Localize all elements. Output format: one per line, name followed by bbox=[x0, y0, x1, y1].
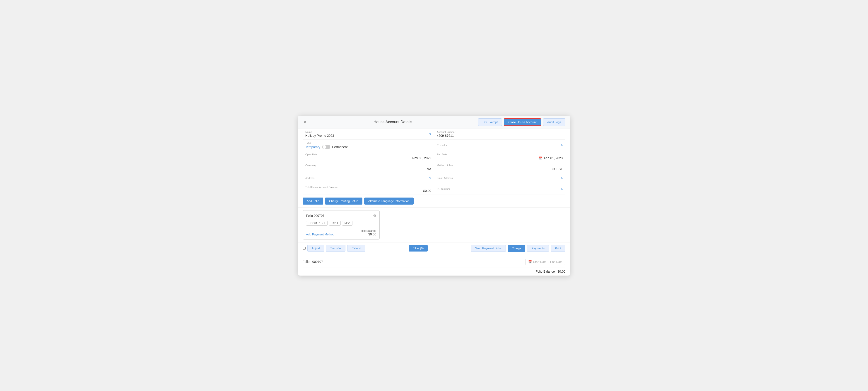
folio-card-header: Folio 000707 ⚙ bbox=[306, 214, 376, 218]
po-number-label: PO Number bbox=[437, 188, 563, 190]
add-folio-button[interactable]: Add Folio bbox=[303, 198, 323, 204]
audit-logs-button[interactable]: Audit Logs bbox=[543, 118, 565, 126]
type-toggle[interactable] bbox=[322, 145, 330, 149]
folio-detail-balance-label: Folio Balance bbox=[535, 270, 555, 273]
add-payment-method[interactable]: Add Payment Method bbox=[306, 233, 334, 236]
payments-button[interactable]: Payments bbox=[527, 245, 549, 252]
method-of-pay-value: GUEST bbox=[437, 167, 563, 171]
folio-section: Folio 000707 ⚙ ROOM RENT PS11 Misc Add P… bbox=[298, 207, 570, 242]
company-label: Company bbox=[305, 164, 431, 167]
type-toggle-row: Temporary Permanent bbox=[305, 145, 431, 149]
po-number-edit-icon[interactable]: ✎ bbox=[560, 187, 563, 191]
folio-balance-section: Folio Balance $0.00 bbox=[360, 229, 376, 236]
close-house-account-button[interactable]: Close House Account bbox=[504, 118, 541, 126]
toggle-knob bbox=[322, 145, 326, 149]
total-balance-label: Total House Account Balance bbox=[305, 186, 431, 189]
email-label: Email Address bbox=[437, 177, 563, 179]
alt-language-button[interactable]: Alternate Language Information bbox=[364, 198, 413, 204]
open-date-label: Open Date bbox=[305, 153, 431, 156]
company-row: Company NA Method of Pay GUEST bbox=[303, 162, 565, 173]
dates-row: Open Date Nov 05, 2022 End Date 📅 Feb 01… bbox=[303, 151, 565, 162]
folio-detail-balance: Folio Balance $0.00 bbox=[303, 267, 565, 276]
remarks-edit-icon[interactable]: ✎ bbox=[560, 144, 563, 147]
charge-button[interactable]: Charge bbox=[507, 245, 526, 252]
print-button[interactable]: Print bbox=[551, 245, 565, 252]
name-row: Name Holiday Promo 2023 ✎ Account Number… bbox=[303, 129, 565, 140]
tag-misc[interactable]: Misc bbox=[342, 221, 353, 226]
name-edit-icon[interactable]: ✎ bbox=[429, 132, 432, 136]
transfer-button[interactable]: Transfer bbox=[326, 245, 345, 252]
bottom-right-buttons: Web Payment Links Charge Payments Print bbox=[471, 245, 565, 252]
type-col: Type Temporary Permanent bbox=[303, 140, 434, 151]
open-date-value: Nov 05, 2022 bbox=[305, 156, 431, 160]
tag-ps11[interactable]: PS11 bbox=[329, 221, 340, 226]
type-row: Type Temporary Permanent Remarks ✎ bbox=[303, 140, 565, 151]
address-edit-icon[interactable]: ✎ bbox=[429, 176, 432, 180]
address-label: Address bbox=[305, 177, 431, 179]
calendar-icon: 📅 bbox=[538, 157, 542, 160]
total-balance-col: Total House Account Balance $0.00 bbox=[303, 184, 434, 195]
method-of-pay-col: Method of Pay GUEST bbox=[434, 162, 566, 173]
end-date-col: End Date 📅 Feb 01, 2023 bbox=[434, 151, 566, 162]
total-balance-value: $0.00 bbox=[305, 189, 431, 193]
refund-button[interactable]: Refund bbox=[347, 245, 365, 252]
company-value: NA bbox=[305, 167, 431, 171]
account-number-col: Account Number 4509-87611 bbox=[434, 129, 566, 139]
end-date-value: Feb 01, 2023 bbox=[544, 156, 563, 160]
folio-detail-section: Folio - 000707 📅 Start Date - End Date F… bbox=[298, 254, 570, 276]
close-button[interactable]: × bbox=[303, 119, 308, 125]
company-col: Company NA bbox=[303, 162, 434, 173]
type-temporary-label: Temporary bbox=[305, 145, 320, 149]
date-separator: - bbox=[548, 260, 549, 263]
tag-room-rent[interactable]: ROOM RENT bbox=[306, 221, 328, 226]
modal-header: × House Account Details Tax Exempt Close… bbox=[298, 116, 570, 129]
type-label: Type bbox=[305, 141, 431, 144]
bottom-toolbar: Adjust Transfer Refund Filter (0) Web Pa… bbox=[298, 242, 570, 254]
end-date-label: End Date bbox=[437, 153, 563, 156]
folio-balance-label: Folio Balance bbox=[360, 229, 376, 232]
charge-routing-button[interactable]: Charge Routing Setup bbox=[325, 198, 363, 204]
folio-tags: ROOM RENT PS11 Misc bbox=[306, 221, 376, 226]
email-col: Email Address ✎ bbox=[434, 173, 566, 184]
name-col: Name Holiday Promo 2023 ✎ bbox=[303, 129, 434, 139]
remarks-label: Remarks bbox=[437, 144, 563, 146]
folio-card-title: Folio 000707 bbox=[306, 214, 324, 218]
folio-card: Folio 000707 ⚙ ROOM RENT PS11 Misc Add P… bbox=[303, 210, 380, 240]
open-date-col: Open Date Nov 05, 2022 bbox=[303, 151, 434, 162]
action-buttons-section: Add Folio Charge Routing Setup Alternate… bbox=[298, 195, 570, 207]
modal-body: Name Holiday Promo 2023 ✎ Account Number… bbox=[298, 129, 570, 276]
select-all-checkbox[interactable] bbox=[303, 247, 306, 250]
start-date-placeholder: Start Date bbox=[533, 260, 547, 263]
folio-detail-title: Folio - 000707 bbox=[303, 260, 323, 263]
web-payment-button[interactable]: Web Payment Links bbox=[471, 245, 505, 252]
modal-house-account: × House Account Details Tax Exempt Close… bbox=[298, 116, 570, 276]
folio-detail-header: Folio - 000707 📅 Start Date - End Date bbox=[303, 256, 565, 267]
tax-exempt-button[interactable]: Tax Exempt bbox=[478, 118, 502, 126]
name-label: Name bbox=[305, 131, 431, 133]
header-buttons: Tax Exempt Close House Account Audit Log… bbox=[478, 118, 565, 126]
folio-footer: Add Payment Method Folio Balance $0.00 bbox=[306, 229, 376, 236]
method-of-pay-label: Method of Pay bbox=[437, 164, 563, 167]
modal-title: House Account Details bbox=[308, 120, 478, 124]
address-row: Address ✎ Email Address ✎ bbox=[303, 173, 565, 184]
adjust-button[interactable]: Adjust bbox=[307, 245, 324, 252]
filter-button[interactable]: Filter (0) bbox=[409, 245, 428, 252]
type-permanent-label: Permanent bbox=[332, 145, 347, 149]
calendar-small-icon: 📅 bbox=[528, 260, 532, 263]
checkbox-area bbox=[303, 247, 306, 250]
folio-detail-balance-value: $0.00 bbox=[557, 270, 565, 273]
name-value: Holiday Promo 2023 bbox=[305, 134, 431, 137]
account-number-label: Account Number bbox=[437, 131, 563, 133]
address-col: Address ✎ bbox=[303, 173, 434, 184]
balance-row: Total House Account Balance $0.00 PO Num… bbox=[303, 184, 565, 195]
end-date-placeholder: End Date bbox=[550, 260, 562, 263]
email-edit-icon[interactable]: ✎ bbox=[560, 176, 563, 180]
form-section: Name Holiday Promo 2023 ✎ Account Number… bbox=[298, 129, 570, 195]
account-number-value: 4509-87611 bbox=[437, 134, 563, 137]
po-number-col: PO Number ✎ bbox=[434, 184, 566, 195]
gear-icon[interactable]: ⚙ bbox=[373, 214, 376, 218]
remarks-col: Remarks ✎ bbox=[434, 140, 566, 151]
folio-balance-value: $0.00 bbox=[360, 232, 376, 236]
date-range-picker[interactable]: 📅 Start Date - End Date bbox=[525, 259, 565, 265]
